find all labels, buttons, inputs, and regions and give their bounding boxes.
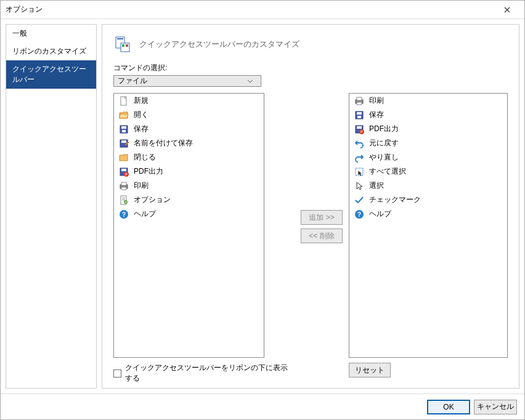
command-select-label: コマンドの選択: bbox=[113, 63, 508, 73]
list-item[interactable]: 保存 bbox=[349, 108, 507, 122]
panel-header: クイックアクセスツールバーのカスタマイズ bbox=[113, 34, 508, 54]
svg-rect-25 bbox=[357, 97, 362, 100]
list-item-label: すべて選択 bbox=[369, 166, 406, 177]
show-below-ribbon-label: クイックアクセスツールバーをリボンの下に表示する bbox=[125, 363, 295, 384]
check-icon bbox=[354, 195, 364, 205]
list-item-label: 名前を付けて保存 bbox=[134, 138, 193, 148]
list-item[interactable]: 選択 bbox=[349, 179, 507, 193]
list-item-label: チェックマーク bbox=[369, 195, 421, 205]
reset-button[interactable]: リセット bbox=[349, 363, 391, 378]
svg-rect-20 bbox=[122, 200, 125, 200]
close-icon bbox=[504, 7, 510, 13]
chevron-down-icon bbox=[247, 79, 257, 83]
current-toolbar-list[interactable]: 印刷保存PPDF出力元に戻すやり直しすべて選択選択チェックマーク?ヘルプ bbox=[349, 93, 508, 358]
list-item-label: ヘルプ bbox=[369, 209, 391, 219]
list-item-label: 元に戻す bbox=[369, 138, 399, 148]
list-item-label: 印刷 bbox=[134, 180, 149, 191]
sidebar-item-ribbon[interactable]: リボンのカスタマイズ bbox=[6, 42, 96, 60]
add-button[interactable]: 追加 >> bbox=[301, 210, 343, 225]
titlebar: オプション bbox=[1, 1, 524, 19]
list-item-label: 新規 bbox=[134, 95, 149, 106]
sidebar-item-general[interactable]: 一般 bbox=[6, 25, 96, 42]
sidebar-item-label: リボンのカスタマイズ bbox=[12, 47, 86, 55]
select-all-icon bbox=[354, 167, 364, 177]
list-item[interactable]: やり直し bbox=[349, 150, 507, 164]
svg-rect-29 bbox=[357, 116, 361, 118]
list-item[interactable]: 保存 bbox=[114, 122, 264, 136]
options-icon bbox=[119, 195, 129, 205]
dialog-body: 一般 リボンのカスタマイズ クイックアクセスツールバー クイックアクセスツールバ… bbox=[1, 19, 524, 394]
sidebar: 一般 リボンのカスタマイズ クイックアクセスツールバー bbox=[6, 24, 97, 389]
svg-rect-26 bbox=[357, 102, 362, 105]
pdf-icon: P bbox=[354, 124, 364, 134]
show-below-ribbon-row: クイックアクセスツールバーをリボンの下に表示する bbox=[113, 363, 295, 384]
list-item-label: 保存 bbox=[369, 110, 384, 120]
save-icon bbox=[354, 110, 364, 120]
dropdown-value: ファイル bbox=[118, 76, 247, 86]
svg-rect-12 bbox=[121, 169, 126, 171]
list-item-label: 開く bbox=[134, 110, 149, 120]
options-dialog: オプション 一般 リボンのカスタマイズ クイックアクセスツールバー ク bbox=[0, 0, 525, 420]
svg-rect-17 bbox=[121, 187, 126, 190]
dialog-title: オプション bbox=[6, 4, 495, 15]
print-icon bbox=[119, 181, 129, 191]
list-item-label: ヘルプ bbox=[134, 209, 156, 219]
middle-buttons: 追加 >> << 削除 bbox=[301, 93, 343, 384]
remove-button[interactable]: << 削除 bbox=[301, 228, 343, 243]
sidebar-item-quick-access[interactable]: クイックアクセスツールバー bbox=[6, 60, 96, 89]
quick-access-customize-icon bbox=[113, 34, 133, 54]
svg-text:?: ? bbox=[122, 211, 126, 218]
save-icon bbox=[119, 124, 129, 134]
left-column: 新規開く保存名前を付けて保存閉じるPPDF出力印刷オプション?ヘルプ クイックア… bbox=[113, 93, 295, 384]
svg-rect-7 bbox=[121, 126, 126, 129]
pointer-icon bbox=[354, 181, 364, 191]
main-panel: クイックアクセスツールバーのカスタマイズ コマンドの選択: ファイル 新規開く保… bbox=[102, 24, 519, 389]
list-item[interactable]: ?ヘルプ bbox=[349, 207, 507, 221]
list-item[interactable]: 名前を付けて保存 bbox=[114, 136, 264, 150]
svg-rect-31 bbox=[357, 126, 362, 129]
panel-title: クイックアクセスツールバーのカスタマイズ bbox=[139, 39, 299, 50]
svg-rect-10 bbox=[121, 140, 126, 143]
svg-rect-28 bbox=[357, 112, 362, 115]
list-item[interactable]: チェックマーク bbox=[349, 193, 507, 207]
svg-rect-16 bbox=[121, 182, 126, 185]
list-item[interactable]: すべて選択 bbox=[349, 164, 507, 179]
list-item[interactable]: PPDF出力 bbox=[114, 164, 264, 179]
list-item-label: 選択 bbox=[369, 180, 384, 191]
svg-rect-19 bbox=[122, 198, 125, 198]
list-item[interactable]: 閉じる bbox=[114, 150, 264, 164]
list-item-label: PDF出力 bbox=[134, 166, 163, 177]
cancel-button[interactable]: キャンセル bbox=[474, 400, 517, 414]
folder-open-icon bbox=[119, 110, 129, 120]
folder-close-icon bbox=[119, 153, 129, 163]
svg-text:?: ? bbox=[357, 211, 361, 218]
list-item-label: 閉じる bbox=[134, 152, 156, 163]
save-as-icon bbox=[119, 139, 129, 148]
list-item-label: 印刷 bbox=[369, 95, 384, 106]
print-icon bbox=[354, 96, 364, 106]
list-item-label: 保存 bbox=[134, 124, 149, 134]
list-item[interactable]: 元に戻す bbox=[349, 136, 507, 150]
help-icon: ? bbox=[354, 209, 364, 219]
list-item-label: オプション bbox=[134, 195, 171, 205]
show-below-ribbon-checkbox[interactable] bbox=[113, 370, 121, 378]
sidebar-item-label: 一般 bbox=[12, 29, 27, 38]
svg-rect-4 bbox=[126, 44, 128, 47]
ok-button[interactable]: OK bbox=[427, 400, 470, 414]
sidebar-item-label: クイックアクセスツールバー bbox=[12, 65, 86, 84]
redo-icon bbox=[354, 153, 364, 163]
available-commands-list[interactable]: 新規開く保存名前を付けて保存閉じるPPDF出力印刷オプション?ヘルプ bbox=[113, 93, 264, 358]
list-item[interactable]: オプション bbox=[114, 193, 264, 207]
close-button[interactable] bbox=[495, 1, 519, 18]
help-icon: ? bbox=[119, 209, 129, 219]
list-item-label: やり直し bbox=[369, 152, 399, 163]
list-item[interactable]: 印刷 bbox=[349, 94, 507, 108]
list-item[interactable]: 開く bbox=[114, 108, 264, 122]
list-item[interactable]: 新規 bbox=[114, 94, 264, 108]
list-item[interactable]: 印刷 bbox=[114, 179, 264, 193]
svg-rect-8 bbox=[122, 130, 126, 132]
command-select-dropdown[interactable]: ファイル bbox=[113, 75, 261, 87]
list-item[interactable]: ?ヘルプ bbox=[114, 207, 264, 221]
list-item[interactable]: PPDF出力 bbox=[349, 122, 507, 136]
columns: 新規開く保存名前を付けて保存閉じるPPDF出力印刷オプション?ヘルプ クイックア… bbox=[113, 93, 508, 384]
